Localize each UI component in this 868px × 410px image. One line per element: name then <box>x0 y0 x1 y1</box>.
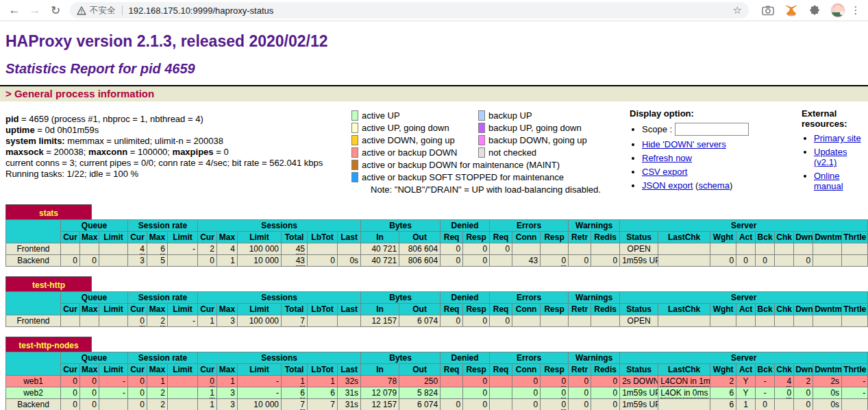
column-group-header: Queue <box>61 292 128 304</box>
column-header: Wght <box>710 304 736 315</box>
cell: 6 <box>147 243 168 255</box>
stat-value: 7 <box>300 316 305 326</box>
row-name: Backend <box>6 399 61 410</box>
stat-value: 0 <box>561 376 566 387</box>
cell: 3 <box>128 255 147 267</box>
stat-value: 6 <box>160 244 165 254</box>
forward-icon[interactable]: → <box>26 1 44 19</box>
column-header: Cur <box>61 304 80 315</box>
cell: 12 157 <box>361 399 399 410</box>
cell <box>842 399 868 410</box>
cell <box>99 399 128 410</box>
bookmark-star-icon[interactable]: ☆ <box>733 4 742 16</box>
column-header: Limit <box>238 304 282 315</box>
cell: 31s <box>338 399 361 410</box>
cell: 5 824 <box>399 387 441 399</box>
cell <box>710 243 736 255</box>
legend-swatch-icon <box>478 123 485 133</box>
cell: 0 <box>463 399 490 410</box>
cell: 1 <box>217 376 238 387</box>
column-header: Cur <box>61 364 80 376</box>
cell <box>775 243 794 255</box>
cell: 0 <box>308 255 338 267</box>
column-header: Redis <box>591 364 620 376</box>
legend-swatch-icon <box>351 110 358 121</box>
metamask-icon[interactable] <box>783 2 799 19</box>
back-icon[interactable]: ← <box>5 1 23 19</box>
column-header: Status <box>620 364 658 376</box>
refresh-icon[interactable]: ↻ <box>47 1 64 19</box>
cell <box>756 315 775 327</box>
avatar[interactable] <box>830 2 846 19</box>
column-group-header: Errors <box>490 220 569 232</box>
external-resources: External resources: Primary siteUpdates … <box>774 106 863 195</box>
external-resource-link[interactable]: Updates (v2.1) <box>814 147 847 167</box>
column-header: Limit <box>238 232 282 243</box>
cell: 1m59s UP <box>620 387 658 399</box>
scope-input[interactable] <box>675 123 749 136</box>
cell: 0 <box>591 376 620 387</box>
proxy-name-link[interactable]: test-http-nodes <box>18 341 78 350</box>
cell: 0 <box>441 315 463 327</box>
column-header: LastChk <box>658 232 710 243</box>
cell <box>512 315 541 327</box>
json-export-link[interactable]: JSON export <box>642 180 693 191</box>
external-resource-link[interactable]: Online manual <box>814 171 843 191</box>
column-group-header: Sessions <box>198 220 361 232</box>
cell: - <box>842 376 868 387</box>
column-header: Retr <box>569 364 591 376</box>
cell <box>61 315 80 327</box>
proxy-section-stats: statsQueueSession rateSessionsBytesDenie… <box>5 204 863 267</box>
legend-label: active DOWN, going up <box>360 135 478 145</box>
cell: 2 <box>794 376 813 387</box>
proxy-name-link[interactable]: stats <box>39 208 58 218</box>
external-resource-link[interactable]: Primary site <box>814 133 861 143</box>
display-option-link[interactable]: CSV export <box>642 167 687 177</box>
display-option-link[interactable]: Hide 'DOWN' servers <box>642 139 726 149</box>
menu-icon[interactable]: ⋮ <box>849 4 863 16</box>
cell: 0 <box>512 399 541 410</box>
cell <box>736 243 756 255</box>
cell: 1 <box>308 376 338 387</box>
address-bar[interactable]: 不安全 192.168.175.10:9999/haproxy-status ☆ <box>70 2 749 19</box>
stat-value: 0 <box>140 316 145 326</box>
cell <box>736 315 756 327</box>
column-header: Dwntme <box>813 304 842 315</box>
legend-swatch-icon <box>478 110 485 121</box>
cell <box>591 243 620 255</box>
stat-value: 1 <box>300 376 305 387</box>
cell: 0 <box>591 399 620 410</box>
column-header: Last <box>338 304 361 315</box>
cell: 43 <box>282 255 308 267</box>
security-label[interactable]: 不安全 <box>90 5 116 16</box>
cell <box>842 243 868 255</box>
stat-value: 7 <box>300 400 305 410</box>
cell: 0 <box>61 399 80 410</box>
cell <box>490 387 512 399</box>
column-group-header: Server <box>620 292 868 304</box>
cell: 12 079 <box>361 387 399 399</box>
column-header: Total <box>282 232 308 243</box>
cell: 1 <box>736 399 756 410</box>
browser-toolbar: ← → ↻ 不安全 192.168.175.10:9999/haproxy-st… <box>0 0 868 21</box>
cell <box>842 315 868 327</box>
column-header: Act <box>736 304 756 315</box>
cell: 0 <box>569 255 591 267</box>
column-header: Wght <box>710 232 736 243</box>
cell: 45 <box>282 243 308 255</box>
cell: 0 <box>61 387 80 399</box>
legend-row: active UPbackup UP <box>351 109 620 121</box>
column-header: Bck <box>756 364 775 376</box>
legend-label: active UP <box>360 110 478 121</box>
camera-icon[interactable] <box>760 2 776 19</box>
extensions-icon[interactable] <box>806 2 823 19</box>
display-option-link[interactable]: Refresh now <box>642 153 692 163</box>
proxy-badge-row: stats <box>5 204 863 219</box>
cell <box>168 399 198 410</box>
column-header: Wght <box>710 364 736 376</box>
url-text[interactable]: 192.168.175.10:9999/haproxy-status <box>129 5 728 16</box>
cell <box>61 243 80 255</box>
proxy-name-link[interactable]: test-http <box>32 280 65 290</box>
cell <box>658 399 710 410</box>
json-schema-link[interactable]: schema <box>698 180 730 191</box>
